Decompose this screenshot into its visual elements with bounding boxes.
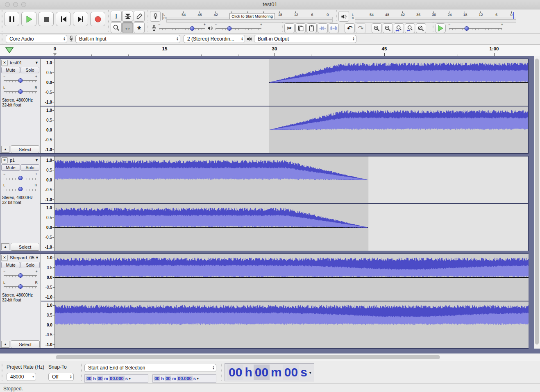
- pause-button[interactable]: [4, 12, 19, 26]
- playback-volume-thumb[interactable]: [227, 26, 231, 31]
- waveform-shepard-left[interactable]: [55, 254, 529, 301]
- close-track-button[interactable]: ✕: [1, 157, 8, 163]
- transport-toolbar-grip[interactable]: [1, 10, 3, 32]
- gain-slider[interactable]: −+: [4, 172, 37, 182]
- play-button[interactable]: [21, 12, 36, 26]
- record-volume-slider[interactable]: −+: [159, 25, 205, 31]
- cut-button[interactable]: ✂: [284, 23, 295, 33]
- playhead-pin[interactable]: [53, 53, 57, 56]
- play-meter-scale[interactable]: -54-48-42-36-30-24-18-12-60: [355, 11, 516, 22]
- solo-button[interactable]: Solo: [20, 164, 39, 171]
- playback-meter-grip[interactable]: [335, 10, 338, 21]
- track-name[interactable]: test01: [9, 60, 34, 65]
- time-digit-group[interactable]: 00: [154, 376, 160, 381]
- record-meter-mic-button[interactable]: [150, 11, 161, 22]
- waveform-p1-left[interactable]: [54, 156, 528, 203]
- time-digit-group[interactable]: 00: [283, 365, 299, 380]
- gain-thumb[interactable]: [18, 176, 23, 180]
- vertical-scrollbar-thumb[interactable]: [535, 59, 539, 344]
- gain-thumb[interactable]: [18, 78, 23, 83]
- record-meter-scale[interactable]: Click to Start Monitoring -54-48-42-36-3…: [166, 11, 333, 22]
- audio-position-display[interactable]: 00h00m00s▾: [225, 363, 314, 381]
- zoom-toggle-button[interactable]: [416, 23, 426, 33]
- draw-tool-button[interactable]: [134, 11, 145, 22]
- undo-button[interactable]: ↶: [345, 23, 355, 33]
- selection-start-time-field[interactable]: 00h00m00.000s▾: [84, 374, 148, 383]
- horizontal-scrollbar[interactable]: [0, 353, 540, 361]
- mixer-toolbar-grip[interactable]: [147, 23, 149, 32]
- recording-channels-combo[interactable]: 2 (Stereo) Recordin... ▲▼: [184, 35, 245, 43]
- time-digit-group[interactable]: 00: [227, 365, 243, 380]
- record-volume-thumb[interactable]: [190, 26, 194, 31]
- copy-button[interactable]: [295, 23, 306, 33]
- waveform-shepard-right[interactable]: [55, 301, 529, 348]
- time-shift-tool-button[interactable]: ↔: [122, 22, 133, 33]
- time-format-menu-arrow-icon[interactable]: ▾: [309, 370, 311, 375]
- monitoring-tooltip[interactable]: Click to Start Monitoring: [229, 13, 275, 19]
- snap-to-combo[interactable]: Off ▲▼: [48, 373, 74, 381]
- collapse-track-button[interactable]: ▲: [1, 341, 9, 348]
- gain-slider[interactable]: −+: [4, 75, 37, 84]
- pan-slider[interactable]: LR: [4, 86, 37, 95]
- time-digit-group[interactable]: 00.000: [177, 376, 193, 381]
- pan-slider[interactable]: LR: [4, 281, 37, 290]
- playback-meter-toolbar[interactable]: LR -54-48-42-36-30-24-18-12-60: [338, 11, 516, 22]
- record-button[interactable]: [90, 12, 105, 26]
- time-digit-group[interactable]: 00: [86, 376, 92, 381]
- multi-tool-button[interactable]: *: [134, 22, 145, 33]
- gain-slider[interactable]: −+: [4, 270, 37, 279]
- collapse-track-button[interactable]: ▲: [1, 146, 9, 153]
- close-track-button[interactable]: ✕: [1, 255, 8, 261]
- skip-to-end-button[interactable]: [73, 12, 88, 26]
- mute-button[interactable]: Mute: [1, 67, 20, 73]
- time-digit-group[interactable]: 00: [97, 376, 103, 381]
- pan-thumb[interactable]: [18, 284, 23, 289]
- mute-button[interactable]: Mute: [1, 262, 20, 268]
- track-menu-arrow-icon[interactable]: ▼: [35, 158, 39, 162]
- play-speed-slider[interactable]: −+: [449, 25, 502, 31]
- waveform-test01-left[interactable]: [54, 59, 528, 106]
- paste-button[interactable]: [306, 23, 317, 33]
- timeline-options-button[interactable]: [5, 47, 14, 54]
- horizontal-scrollbar-thumb[interactable]: [56, 355, 440, 359]
- track-menu-arrow-icon[interactable]: ▼: [35, 256, 40, 260]
- recording-meter-grip[interactable]: [147, 10, 149, 21]
- playback-device-combo[interactable]: Built-in Output ▲▼: [254, 35, 356, 43]
- pan-slider[interactable]: LR: [4, 183, 37, 193]
- selection-tool-button[interactable]: I: [111, 11, 122, 22]
- zoom-selection-button[interactable]: [394, 23, 404, 33]
- envelope-tool-button[interactable]: [122, 11, 133, 22]
- big-time-grip[interactable]: [220, 363, 223, 381]
- close-track-button[interactable]: ✕: [1, 60, 8, 66]
- time-digit-group[interactable]: 00.000: [109, 376, 125, 381]
- time-digit-group[interactable]: 00: [254, 365, 270, 380]
- play-at-speed-button[interactable]: [435, 23, 446, 33]
- zoom-fit-button[interactable]: [405, 23, 415, 33]
- gain-thumb[interactable]: [18, 273, 23, 278]
- track-name[interactable]: p1: [9, 158, 34, 163]
- select-track-button[interactable]: Select: [11, 145, 39, 153]
- track-menu-arrow-icon[interactable]: ▼: [35, 61, 39, 65]
- pan-thumb[interactable]: [18, 187, 23, 191]
- silence-selection-button[interactable]: [329, 23, 339, 33]
- tools-toolbar-grip[interactable]: [107, 10, 110, 32]
- project-rate-combo[interactable]: 48000 ▼: [7, 373, 36, 381]
- vertical-scrollbar[interactable]: [534, 56, 540, 349]
- playback-volume-slider[interactable]: −+: [216, 25, 261, 31]
- mute-button[interactable]: Mute: [1, 164, 20, 171]
- time-digit-group[interactable]: 00: [165, 376, 171, 381]
- selection-mode-combo[interactable]: Start and End of Selection ▲▼: [84, 364, 216, 372]
- redo-button[interactable]: ↷: [356, 23, 366, 33]
- solo-button[interactable]: Solo: [20, 67, 39, 73]
- audio-host-combo[interactable]: Core Audio ▲▼: [6, 35, 67, 43]
- play-at-speed-grip[interactable]: [432, 23, 434, 32]
- pan-thumb[interactable]: [18, 89, 23, 94]
- play-speed-thumb[interactable]: [464, 26, 469, 31]
- timeline-ruler[interactable]: 01530451:00: [0, 45, 540, 56]
- selection-toolbar-grip[interactable]: [1, 363, 3, 381]
- zoom-out-button[interactable]: [383, 23, 393, 33]
- collapse-track-button[interactable]: ▲: [1, 243, 9, 250]
- select-track-button[interactable]: Select: [11, 243, 39, 251]
- solo-button[interactable]: Solo: [20, 262, 39, 268]
- selection-fields-grip[interactable]: [80, 363, 83, 381]
